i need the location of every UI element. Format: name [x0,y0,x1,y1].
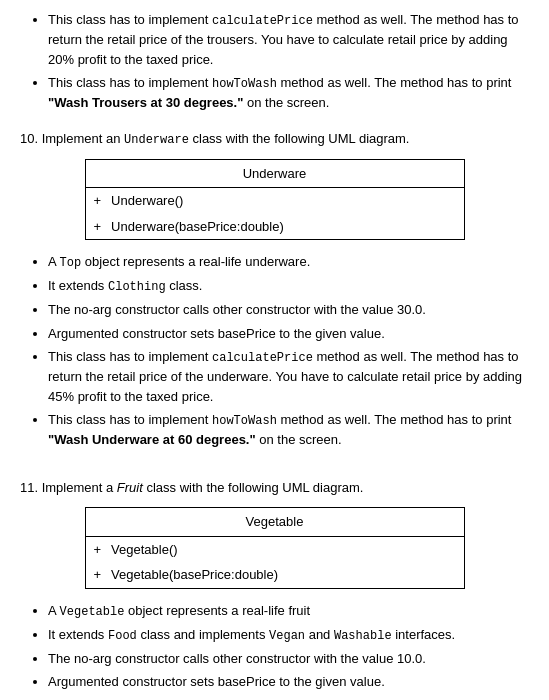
wash-trousers-text: "Wash Trousers at 30 degrees." [48,95,243,110]
bullet-item: This class has to implement howToWash me… [48,73,529,113]
code-vegetable: Vegetable [60,605,125,619]
bullet-item: A Top object represents a real-life unde… [48,252,529,272]
top-bullet-list: This class has to implement calculatePri… [48,10,529,113]
bullet-item: The no-arg constructor calls other const… [48,300,529,320]
bullet-item: This class has to implement calculatePri… [48,347,529,406]
spacer-1 [20,466,529,478]
uml-method-1: Underware() [103,188,464,214]
uml-veg-row-2: + Vegetable(basePrice:double) [85,562,464,588]
bullet-item: The no-arg constructor calls other const… [48,649,529,669]
bullet-item: It extends Food class and implements Veg… [48,625,529,645]
code-washable: Washable [334,629,392,643]
vegetable-uml-table: Vegetable + Vegetable() + Vegetable(base… [85,507,465,589]
uml-method-2: Underware(basePrice:double) [103,214,464,240]
top-bullets-section: This class has to implement calculatePri… [20,10,529,113]
underware-uml-table: Underware + Underware() + Underware(base… [85,159,465,241]
bullet-item: Argumented constructor sets basePrice to… [48,672,529,692]
uml-row-2: + Underware(basePrice:double) [85,214,464,240]
question-11-header: 11. Implement a Fruit class with the fol… [20,478,529,498]
question-10-header: 10. Implement an Underware class with th… [20,129,529,149]
code-atop: Top [60,256,82,270]
code-vegan: Vegan [269,629,305,643]
uml-veg-method-2: Vegetable(basePrice:double) [103,562,464,588]
code-clothing: Clothing [108,280,166,294]
bullet-item: Argumented constructor sets basePrice to… [48,324,529,344]
bullet-item: It extends Clothing class. [48,276,529,296]
uml-veg-plus-2: + [85,562,103,588]
underware-bullet-list: A Top object represents a real-life unde… [48,252,529,450]
uml-veg-method-1: Vegetable() [103,536,464,562]
bullet-item: This class has to implement calculatePri… [48,10,529,69]
uml-title-underware: Underware [85,159,464,188]
uml-row-1: + Underware() [85,188,464,214]
uml-veg-row-1: + Vegetable() [85,536,464,562]
uml-plus-2: + [85,214,103,240]
underware-section: 10. Implement an Underware class with th… [20,129,529,450]
uml-veg-plus-1: + [85,536,103,562]
code-calculateprice: calculatePrice [212,14,313,28]
bullet-item: A Vegetable object represents a real-lif… [48,601,529,621]
code-howtowash-2: howToWash [212,414,277,428]
uml-header-row: Underware [85,159,464,188]
underware-class-name: Underware [124,133,189,147]
bullet-item: This class has to implement calculatePri… [48,696,529,701]
fruit-class-italic: Fruit [117,480,143,495]
wash-underware-text: "Wash Underware at 60 degrees." [48,432,256,447]
uml-header-row-veg: Vegetable [85,508,464,537]
fruit-section: 11. Implement a Fruit class with the fol… [20,478,529,701]
code-howtowash: howToWash [212,77,277,91]
uml-title-vegetable: Vegetable [85,508,464,537]
fruit-bullet-list: A Vegetable object represents a real-lif… [48,601,529,701]
code-calculateprice-2: calculatePrice [212,351,313,365]
bullet-item: This class has to implement howToWash me… [48,410,529,450]
code-food: Food [108,629,137,643]
uml-plus-1: + [85,188,103,214]
